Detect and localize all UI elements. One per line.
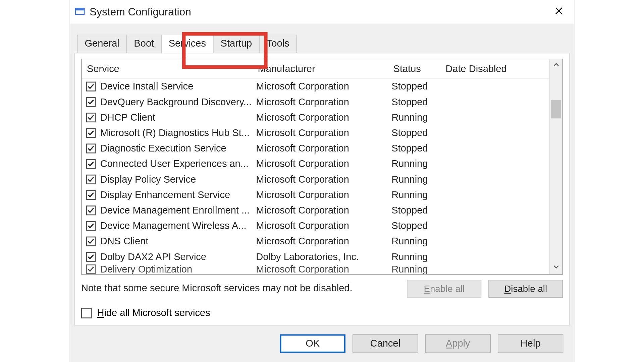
service-name: Microsoft (R) Diagnostics Hub St... <box>100 127 256 138</box>
service-checkbox[interactable] <box>86 236 96 246</box>
table-row[interactable]: Device Install ServiceMicrosoft Corporat… <box>86 78 549 94</box>
scroll-up-button[interactable] <box>549 59 562 72</box>
service-checkbox[interactable] <box>86 112 96 122</box>
close-button[interactable] <box>549 2 569 21</box>
apply-button[interactable]: Apply <box>425 334 491 353</box>
col-date-disabled[interactable]: Date Disabled <box>445 63 549 74</box>
service-name: Display Policy Service <box>100 174 256 185</box>
enable-all-button[interactable]: Enable all <box>407 280 481 298</box>
tab-services[interactable]: Services <box>161 35 213 53</box>
service-manufacturer: Microsoft Corporation <box>256 220 391 231</box>
service-checkbox[interactable] <box>86 143 96 153</box>
table-row[interactable]: Device Management Wireless A...Microsoft… <box>86 218 549 233</box>
disable-all-button[interactable]: Disable all <box>488 280 563 298</box>
service-manufacturer: Microsoft Corporation <box>256 112 391 123</box>
help-button[interactable]: Help <box>498 334 563 353</box>
service-name: DevQuery Background Discovery... <box>100 96 256 108</box>
service-name: Device Management Wireless A... <box>100 220 256 231</box>
service-manufacturer: Microsoft Corporation <box>256 204 391 216</box>
service-checkbox[interactable] <box>86 264 96 274</box>
table-row[interactable]: Dolby DAX2 API ServiceDolby Laboratories… <box>86 249 549 264</box>
scroll-down-button[interactable] <box>549 261 562 274</box>
tab-startup[interactable]: Startup <box>213 35 260 53</box>
service-name: Dolby DAX2 API Service <box>100 251 256 262</box>
table-row[interactable]: DNS ClientMicrosoft CorporationRunning <box>86 233 549 249</box>
system-configuration-window: System Configuration General Boot Servic… <box>70 0 575 362</box>
service-checkbox[interactable] <box>86 252 96 261</box>
tab-general[interactable]: General <box>77 35 127 53</box>
scroll-track[interactable] <box>549 72 562 261</box>
svg-rect-2 <box>76 9 84 10</box>
app-icon <box>74 6 85 17</box>
service-status: Running <box>391 112 444 123</box>
services-panel: Service Manufacturer Status Date Disable… <box>74 53 570 325</box>
service-name: Connected User Experiences an... <box>100 158 256 169</box>
service-status: Running <box>391 158 444 169</box>
service-checkbox[interactable] <box>86 97 96 107</box>
service-manufacturer: Microsoft Corporation <box>256 127 391 138</box>
service-manufacturer: Microsoft Corporation <box>256 235 391 247</box>
service-status: Running <box>391 264 444 274</box>
service-name: Display Enhancement Service <box>100 189 256 200</box>
table-row[interactable]: DevQuery Background Discovery...Microsof… <box>86 94 549 110</box>
service-manufacturer: Microsoft Corporation <box>256 142 391 154</box>
service-status: Running <box>391 235 444 247</box>
service-manufacturer: Microsoft Corporation <box>256 80 391 92</box>
service-status: Stopped <box>391 96 444 108</box>
table-row[interactable]: DHCP ClientMicrosoft CorporationRunning <box>86 110 549 125</box>
cancel-button[interactable]: Cancel <box>353 334 418 353</box>
service-manufacturer: Microsoft Corporation <box>256 174 391 185</box>
service-checkbox[interactable] <box>86 190 96 199</box>
table-row[interactable]: Device Management Enrollment ...Microsof… <box>86 202 549 218</box>
service-manufacturer: Dolby Laboratories, Inc. <box>256 251 391 262</box>
scroll-thumb[interactable] <box>551 100 561 118</box>
window-title: System Configuration <box>90 6 191 18</box>
table-row[interactable]: Display Policy ServiceMicrosoft Corporat… <box>86 172 549 187</box>
service-manufacturer: Microsoft Corporation <box>256 189 391 200</box>
service-manufacturer: Microsoft Corporation <box>256 96 391 108</box>
service-manufacturer: Microsoft Corporation <box>256 264 391 274</box>
col-manufacturer[interactable]: Manufacturer <box>258 63 393 74</box>
service-checkbox[interactable] <box>86 174 96 184</box>
note-text: Note that some secure Microsoft services… <box>81 280 400 294</box>
close-icon <box>554 6 563 17</box>
table-row[interactable]: Connected User Experiences an...Microsof… <box>86 156 549 171</box>
tab-boot[interactable]: Boot <box>126 35 162 53</box>
ok-button[interactable]: OK <box>280 334 345 353</box>
table-row[interactable]: Display Enhancement ServiceMicrosoft Cor… <box>86 187 549 202</box>
service-status: Running <box>391 189 444 200</box>
service-checkbox[interactable] <box>86 205 96 215</box>
tab-tools[interactable]: Tools <box>259 35 297 53</box>
col-status[interactable]: Status <box>393 63 446 74</box>
chevron-up-icon <box>553 62 559 70</box>
service-status: Stopped <box>391 204 444 216</box>
service-status: Stopped <box>391 80 444 92</box>
table-row[interactable]: Microsoft (R) Diagnostics Hub St...Micro… <box>86 125 549 140</box>
service-name: Delivery Optimization <box>100 264 256 274</box>
service-status: Stopped <box>391 220 444 231</box>
service-name: Diagnostic Execution Service <box>100 142 256 154</box>
hide-microsoft-services-checkbox[interactable]: Hide all Microsoft services <box>81 307 563 319</box>
service-checkbox[interactable] <box>86 221 96 231</box>
titlebar: System Configuration <box>70 0 574 24</box>
checkbox-icon <box>81 308 92 318</box>
vertical-scrollbar[interactable] <box>549 59 562 274</box>
table-row[interactable]: Delivery OptimizationMicrosoft Corporati… <box>86 264 549 274</box>
service-checkbox[interactable] <box>86 159 96 169</box>
service-checkbox[interactable] <box>86 128 96 138</box>
dialog-button-row: OK Cancel Apply Help <box>70 325 574 362</box>
services-listview[interactable]: Service Manufacturer Status Date Disable… <box>81 59 563 275</box>
service-checkbox[interactable] <box>86 81 96 91</box>
service-status: Stopped <box>391 142 444 154</box>
tab-strip: General Boot Services Startup Tools <box>70 24 574 53</box>
service-status: Stopped <box>391 127 444 138</box>
service-name: DNS Client <box>100 235 256 247</box>
col-service[interactable]: Service <box>87 63 258 74</box>
chevron-down-icon <box>553 263 559 272</box>
service-name: Device Install Service <box>100 80 256 92</box>
column-headers[interactable]: Service Manufacturer Status Date Disable… <box>82 59 549 78</box>
service-name: DHCP Client <box>100 112 256 123</box>
service-manufacturer: Microsoft Corporation <box>256 158 391 169</box>
service-status: Running <box>391 251 444 262</box>
table-row[interactable]: Diagnostic Execution ServiceMicrosoft Co… <box>86 140 549 156</box>
